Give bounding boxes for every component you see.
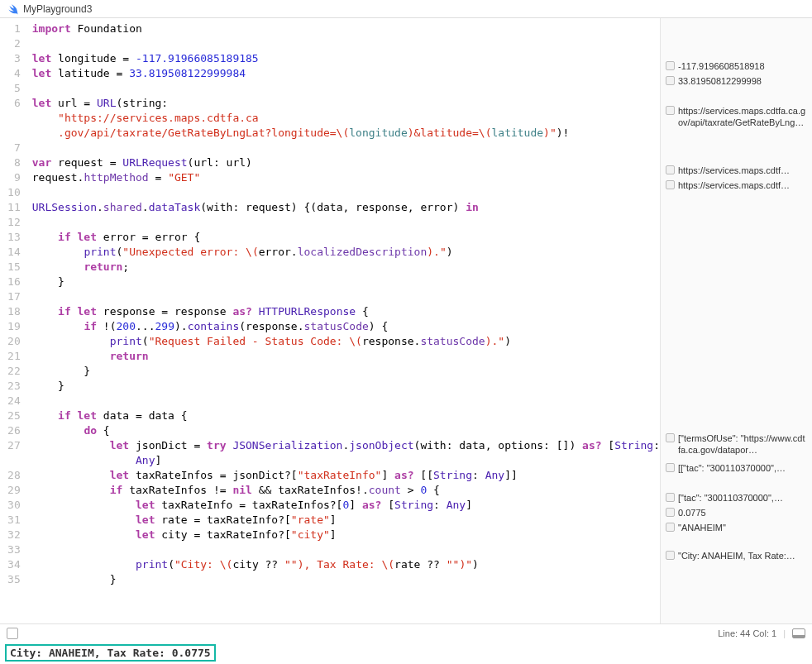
quicklook-icon[interactable]	[666, 463, 675, 472]
result-row[interactable]: -117.9196608518918	[661, 60, 812, 73]
result-row[interactable]: "ANAHEIM"	[661, 521, 812, 534]
result-value: [["tac": "300110370000",…	[678, 462, 786, 474]
titlebar: MyPlayground3	[0, 0, 812, 18]
statusbar: Line: 44 Col: 1 |	[0, 623, 812, 642]
quicklook-icon[interactable]	[666, 76, 675, 85]
result-value: ["tac": "300110370000",…	[678, 492, 783, 504]
code-content[interactable]: import Foundation let longitude = -117.9…	[29, 18, 660, 623]
result-row[interactable]: "City: ANAHEIM, Tax Rate:…	[661, 549, 812, 562]
result-value: "ANAHEIM"	[678, 522, 726, 533]
result-value: https://services.maps.cdtf…	[678, 165, 790, 176]
result-row[interactable]: https://services.maps.cdtf…	[661, 179, 812, 192]
result-value: 0.0775	[678, 507, 706, 518]
code-editor[interactable]: 1234567891011121314151617181920212223242…	[0, 18, 660, 623]
quicklook-icon[interactable]	[666, 551, 675, 560]
result-value: ["termsOfUse": "https://www.cdtfa.ca.gov…	[678, 432, 807, 456]
cursor-position: Line: 44 Col: 1	[718, 628, 776, 638]
result-row[interactable]: ["tac": "300110370000",…	[661, 491, 812, 504]
quicklook-icon[interactable]	[666, 433, 675, 442]
quicklook-icon[interactable]	[666, 180, 675, 189]
result-value: https://services.maps.cdtfa.ca.gov/api/t…	[678, 105, 807, 128]
console-line: City: ANAHEIM, Tax Rate: 0.0775	[5, 644, 216, 662]
result-row[interactable]: [["tac": "300110370000",…	[661, 461, 812, 475]
swift-icon	[7, 3, 18, 15]
result-value: 33.81950812299998	[678, 75, 762, 87]
quicklook-icon[interactable]	[666, 493, 675, 502]
result-value: "City: ANAHEIM, Tax Rate:…	[678, 550, 795, 561]
result-row[interactable]: ["termsOfUse": "https://www.cdtfa.ca.gov…	[661, 432, 812, 456]
project-name: MyPlayground3	[23, 3, 92, 15]
line-number-gutter: 1234567891011121314151617181920212223242…	[0, 18, 29, 623]
result-row[interactable]: 0.0775	[661, 506, 812, 519]
result-value: https://services.maps.cdtf…	[678, 179, 790, 191]
results-sidebar[interactable]: -117.919660851891833.81950812299998https…	[660, 18, 812, 623]
toggle-debug-area-icon[interactable]	[792, 628, 805, 638]
quicklook-icon[interactable]	[666, 523, 675, 532]
debug-stop-icon[interactable]	[7, 628, 18, 639]
console-output: City: ANAHEIM, Tax Rate: 0.0775	[0, 642, 812, 664]
quicklook-icon[interactable]	[666, 106, 675, 115]
result-value: -117.9196608518918	[678, 60, 765, 72]
main-area: 1234567891011121314151617181920212223242…	[0, 18, 812, 623]
quicklook-icon[interactable]	[666, 61, 675, 70]
result-row[interactable]: https://services.maps.cdtfa.ca.gov/api/t…	[661, 104, 812, 129]
result-row[interactable]: https://services.maps.cdtf…	[661, 164, 812, 177]
result-row[interactable]: 33.81950812299998	[661, 74, 812, 88]
quicklook-icon[interactable]	[666, 165, 675, 174]
quicklook-icon[interactable]	[666, 508, 675, 517]
